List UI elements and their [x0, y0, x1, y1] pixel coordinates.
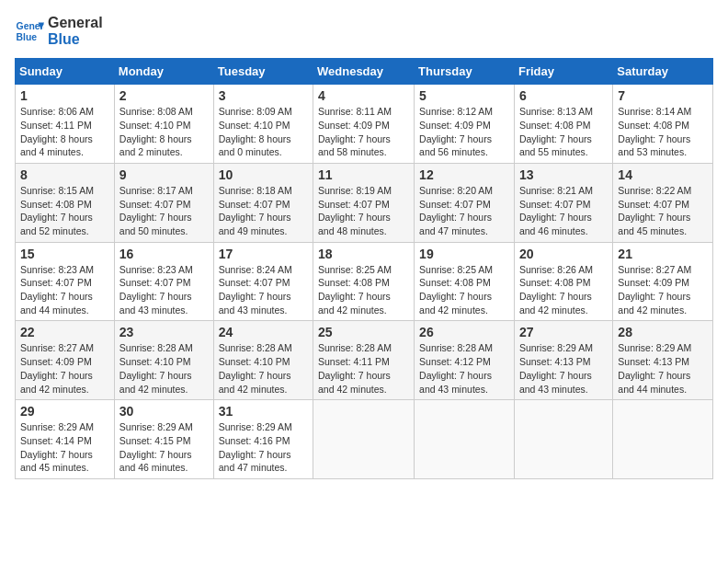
calendar-cell: 13 Sunrise: 8:21 AMSunset: 4:07 PMDaylig…: [514, 163, 612, 242]
day-number: 6: [519, 88, 608, 103]
day-info: Sunrise: 8:25 AMSunset: 4:08 PMDaylight:…: [419, 263, 509, 317]
day-info: Sunrise: 8:12 AMSunset: 4:09 PMDaylight:…: [419, 105, 509, 159]
calendar-cell: [514, 400, 612, 479]
calendar-cell: 16 Sunrise: 8:23 AMSunset: 4:07 PMDaylig…: [114, 242, 213, 321]
day-number: 13: [519, 167, 608, 182]
calendar-week-1: 1 Sunrise: 8:06 AMSunset: 4:11 PMDayligh…: [16, 85, 713, 164]
day-info: Sunrise: 8:29 AMSunset: 4:13 PMDaylight:…: [519, 341, 608, 396]
calendar-week-5: 29 Sunrise: 8:29 AMSunset: 4:14 PMDaylig…: [16, 400, 713, 479]
logo-text-blue: Blue: [48, 31, 103, 48]
day-info: Sunrise: 8:23 AMSunset: 4:07 PMDaylight:…: [20, 263, 109, 317]
day-info: Sunrise: 8:09 AMSunset: 4:10 PMDaylight:…: [219, 105, 308, 159]
calendar-week-2: 8 Sunrise: 8:15 AMSunset: 4:08 PMDayligh…: [16, 163, 713, 242]
day-number: 7: [618, 88, 708, 103]
day-info: Sunrise: 8:22 AMSunset: 4:07 PMDaylight:…: [618, 184, 708, 238]
col-header-wednesday: Wednesday: [313, 59, 415, 85]
col-header-tuesday: Tuesday: [213, 59, 313, 85]
calendar-cell: 3 Sunrise: 8:09 AMSunset: 4:10 PMDayligh…: [213, 85, 313, 164]
calendar-week-4: 22 Sunrise: 8:27 AMSunset: 4:09 PMDaylig…: [16, 321, 713, 400]
day-info: Sunrise: 8:27 AMSunset: 4:09 PMDaylight:…: [618, 263, 708, 317]
col-header-friday: Friday: [514, 59, 612, 85]
day-number: 11: [318, 167, 409, 182]
day-info: Sunrise: 8:24 AMSunset: 4:07 PMDaylight:…: [219, 263, 308, 317]
calendar-cell: 29 Sunrise: 8:29 AMSunset: 4:14 PMDaylig…: [16, 400, 115, 479]
day-number: 9: [119, 167, 209, 182]
day-info: Sunrise: 8:29 AMSunset: 4:15 PMDaylight:…: [119, 420, 209, 475]
day-info: Sunrise: 8:14 AMSunset: 4:08 PMDaylight:…: [618, 105, 708, 159]
calendar-cell: 26 Sunrise: 8:28 AMSunset: 4:12 PMDaylig…: [415, 321, 515, 400]
day-number: 15: [20, 247, 109, 261]
day-info: Sunrise: 8:06 AMSunset: 4:11 PMDaylight:…: [20, 105, 109, 159]
day-number: 2: [119, 88, 209, 103]
calendar-header: SundayMondayTuesdayWednesdayThursdayFrid…: [16, 59, 713, 85]
calendar-cell: 5 Sunrise: 8:12 AMSunset: 4:09 PMDayligh…: [415, 85, 515, 164]
day-info: Sunrise: 8:15 AMSunset: 4:08 PMDaylight:…: [20, 184, 109, 238]
day-info: Sunrise: 8:25 AMSunset: 4:08 PMDaylight:…: [318, 263, 409, 317]
calendar-cell: 6 Sunrise: 8:13 AMSunset: 4:08 PMDayligh…: [514, 85, 612, 164]
calendar-cell: 20 Sunrise: 8:26 AMSunset: 4:08 PMDaylig…: [514, 242, 612, 321]
calendar-cell: 31 Sunrise: 8:29 AMSunset: 4:16 PMDaylig…: [213, 400, 313, 479]
calendar-cell: 19 Sunrise: 8:25 AMSunset: 4:08 PMDaylig…: [415, 242, 515, 321]
calendar-cell: 9 Sunrise: 8:17 AMSunset: 4:07 PMDayligh…: [114, 163, 213, 242]
calendar-cell: 25 Sunrise: 8:28 AMSunset: 4:11 PMDaylig…: [313, 321, 415, 400]
calendar-body: 1 Sunrise: 8:06 AMSunset: 4:11 PMDayligh…: [16, 85, 713, 479]
calendar-cell: 17 Sunrise: 8:24 AMSunset: 4:07 PMDaylig…: [213, 242, 313, 321]
calendar-cell: 14 Sunrise: 8:22 AMSunset: 4:07 PMDaylig…: [613, 163, 713, 242]
calendar-cell: 18 Sunrise: 8:25 AMSunset: 4:08 PMDaylig…: [313, 242, 415, 321]
calendar-cell: 2 Sunrise: 8:08 AMSunset: 4:10 PMDayligh…: [114, 85, 213, 164]
calendar-cell: 21 Sunrise: 8:27 AMSunset: 4:09 PMDaylig…: [613, 242, 713, 321]
day-number: 19: [419, 247, 509, 261]
day-info: Sunrise: 8:17 AMSunset: 4:07 PMDaylight:…: [119, 184, 209, 238]
day-info: Sunrise: 8:27 AMSunset: 4:09 PMDaylight:…: [20, 341, 109, 396]
calendar-cell: 8 Sunrise: 8:15 AMSunset: 4:08 PMDayligh…: [16, 163, 115, 242]
day-info: Sunrise: 8:28 AMSunset: 4:10 PMDaylight:…: [119, 341, 209, 396]
calendar-cell: 10 Sunrise: 8:18 AMSunset: 4:07 PMDaylig…: [213, 163, 313, 242]
calendar-cell: [313, 400, 415, 479]
day-info: Sunrise: 8:08 AMSunset: 4:10 PMDaylight:…: [119, 105, 209, 159]
day-info: Sunrise: 8:28 AMSunset: 4:10 PMDaylight:…: [219, 341, 308, 396]
calendar-cell: [415, 400, 515, 479]
calendar-cell: 22 Sunrise: 8:27 AMSunset: 4:09 PMDaylig…: [16, 321, 115, 400]
day-info: Sunrise: 8:28 AMSunset: 4:11 PMDaylight:…: [318, 341, 409, 396]
calendar-cell: 4 Sunrise: 8:11 AMSunset: 4:09 PMDayligh…: [313, 85, 415, 164]
day-number: 31: [219, 404, 308, 419]
day-number: 28: [618, 325, 708, 339]
calendar-cell: [613, 400, 713, 479]
col-header-saturday: Saturday: [613, 59, 713, 85]
day-number: 18: [318, 247, 409, 261]
day-number: 3: [219, 88, 308, 103]
day-info: Sunrise: 8:19 AMSunset: 4:07 PMDaylight:…: [318, 184, 409, 238]
page-header: General Blue General Blue: [15, 15, 713, 47]
day-number: 22: [20, 325, 109, 339]
calendar-cell: 24 Sunrise: 8:28 AMSunset: 4:10 PMDaylig…: [213, 321, 313, 400]
calendar-table: SundayMondayTuesdayWednesdayThursdayFrid…: [15, 58, 713, 479]
col-header-sunday: Sunday: [16, 59, 115, 85]
day-info: Sunrise: 8:23 AMSunset: 4:07 PMDaylight:…: [119, 263, 209, 317]
svg-text:Blue: Blue: [17, 31, 38, 41]
day-number: 27: [519, 325, 608, 339]
day-info: Sunrise: 8:18 AMSunset: 4:07 PMDaylight:…: [219, 184, 308, 238]
day-info: Sunrise: 8:13 AMSunset: 4:08 PMDaylight:…: [519, 105, 608, 159]
day-number: 4: [318, 88, 409, 103]
calendar-cell: 12 Sunrise: 8:20 AMSunset: 4:07 PMDaylig…: [415, 163, 515, 242]
day-number: 16: [119, 247, 209, 261]
day-number: 24: [219, 325, 308, 339]
day-number: 12: [419, 167, 509, 182]
calendar-cell: 28 Sunrise: 8:29 AMSunset: 4:13 PMDaylig…: [613, 321, 713, 400]
day-info: Sunrise: 8:29 AMSunset: 4:13 PMDaylight:…: [618, 341, 708, 396]
day-info: Sunrise: 8:21 AMSunset: 4:07 PMDaylight:…: [519, 184, 608, 238]
day-number: 21: [618, 247, 708, 261]
day-info: Sunrise: 8:29 AMSunset: 4:16 PMDaylight:…: [219, 420, 308, 475]
calendar-cell: 27 Sunrise: 8:29 AMSunset: 4:13 PMDaylig…: [514, 321, 612, 400]
calendar-week-3: 15 Sunrise: 8:23 AMSunset: 4:07 PMDaylig…: [16, 242, 713, 321]
day-info: Sunrise: 8:26 AMSunset: 4:08 PMDaylight:…: [519, 263, 608, 317]
day-number: 5: [419, 88, 509, 103]
calendar-cell: 1 Sunrise: 8:06 AMSunset: 4:11 PMDayligh…: [16, 85, 115, 164]
day-number: 30: [119, 404, 209, 419]
logo-icon: General Blue: [15, 17, 44, 46]
day-info: Sunrise: 8:11 AMSunset: 4:09 PMDaylight:…: [318, 105, 409, 159]
day-number: 17: [219, 247, 308, 261]
day-number: 10: [219, 167, 308, 182]
logo-text-general: General: [48, 15, 103, 31]
day-number: 20: [519, 247, 608, 261]
